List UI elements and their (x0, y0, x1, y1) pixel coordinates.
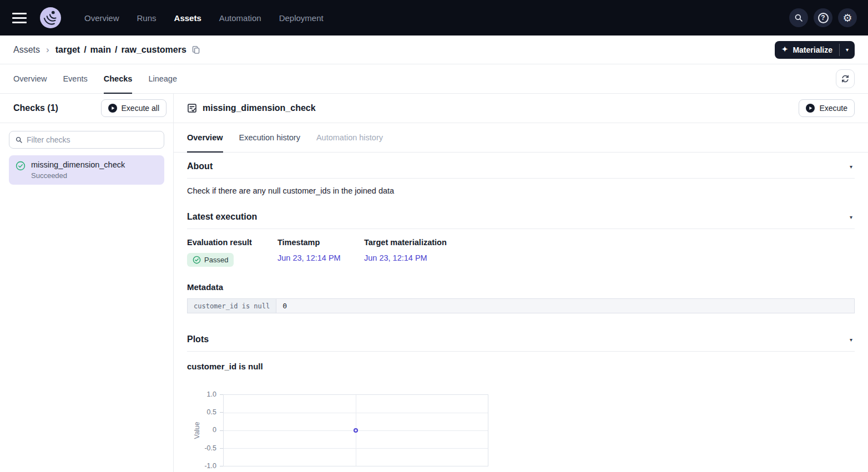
check-item-text: missing_dimension_check Succeeded (31, 160, 125, 180)
y-tick-label: -0.5 (187, 444, 216, 453)
tab-automation-history: Automation history (316, 123, 383, 153)
latest-execution-section-header: Latest execution ▾ (187, 203, 855, 229)
evaluation-result-header: Evaluation result (187, 238, 277, 247)
refresh-icon (841, 74, 850, 83)
hamburger-menu-icon[interactable] (12, 13, 27, 23)
check-detail-tabs: Overview Execution history Automation hi… (174, 123, 868, 153)
search-button[interactable] (789, 8, 808, 27)
nav-link-automation[interactable]: Automation (219, 13, 261, 23)
tab-events[interactable]: Events (63, 64, 87, 94)
materialize-dropdown-button[interactable]: ▾ (840, 41, 855, 59)
timestamp-column: Timestamp Jun 23, 12:14 PM (277, 238, 364, 267)
metadata-key-cell: customer_id is null (188, 299, 276, 313)
plots-collapse-caret-icon[interactable]: ▾ (847, 336, 855, 344)
check-item-status: Succeeded (31, 171, 125, 180)
search-icon (15, 136, 23, 144)
nav-link-runs[interactable]: Runs (137, 13, 157, 23)
breadcrumb-asset-path: target / main / raw_customers (55, 45, 186, 55)
chevron-right-icon: › (46, 44, 49, 55)
nav-link-assets[interactable]: Assets (174, 13, 201, 23)
top-nav: Overview Runs Assets Automation Deployme… (0, 0, 868, 35)
settings-button[interactable]: ⚙ (838, 8, 857, 27)
passed-label: Passed (204, 256, 228, 264)
y-tick-label: 0 (187, 426, 216, 434)
check-circle-icon (193, 256, 201, 264)
evaluation-result-column: Evaluation result Passed (187, 238, 277, 267)
target-materialization-link[interactable]: Jun 23, 12:14 PM (364, 253, 427, 262)
check-detail-title: missing_dimension_check (203, 103, 316, 113)
checks-list-panel: Checks (1) Execute all (0, 94, 174, 472)
sparkle-icon: ✦ (781, 45, 789, 54)
plots-heading: Plots (187, 334, 209, 344)
metadata-table: customer_id is null 0 (187, 298, 855, 313)
about-section-header: About ▾ (187, 153, 855, 179)
check-list-item[interactable]: missing_dimension_check Succeeded (9, 155, 164, 185)
plots-section-header: Plots ▾ (187, 326, 855, 352)
latest-execution-collapse-caret-icon[interactable]: ▾ (847, 213, 855, 221)
caret-down-icon: ▾ (846, 47, 849, 53)
check-detail-content: About ▾ Check if there are any null cust… (174, 153, 868, 472)
nav-actions: ? ⚙ (789, 8, 857, 27)
check-description: Check if there are any null customer_ids… (187, 179, 855, 197)
primary-nav: Overview Runs Assets Automation Deployme… (84, 13, 324, 23)
plot-title: customer_id is null (187, 362, 855, 371)
check-success-icon (16, 161, 26, 180)
about-heading: About (187, 161, 213, 171)
copy-asset-key-button[interactable] (191, 45, 200, 54)
checks-panel-body: missing_dimension_check Succeeded (0, 123, 173, 192)
y-tick-label: 1.0 (187, 390, 216, 399)
check-detail-panel: missing_dimension_check Execute Overview… (174, 94, 868, 472)
help-button[interactable]: ? (814, 8, 832, 27)
search-icon (794, 13, 804, 23)
help-icon: ? (818, 13, 829, 23)
tab-check-overview[interactable]: Overview (187, 123, 223, 153)
y-tick-label: 0.5 (187, 408, 216, 417)
metadata-row: customer_id is null 0 (188, 299, 855, 313)
value-scatter-chart: Value 1.0 0.5 0 -0.5 -1.0 Jun (187, 394, 855, 472)
tab-execution-history[interactable]: Execution history (239, 123, 300, 153)
nav-link-deployment[interactable]: Deployment (279, 13, 324, 23)
execute-all-label: Execute all (122, 104, 159, 113)
main-split: Checks (1) Execute all (0, 94, 868, 472)
y-tick-label: -1.0 (187, 462, 216, 470)
target-materialization-column: Target materialization Jun 23, 12:14 PM (364, 238, 447, 267)
checks-count-title: Checks (1) (13, 103, 58, 113)
breadcrumb-seg-main[interactable]: main (90, 45, 111, 55)
tab-overview[interactable]: Overview (13, 64, 47, 94)
tab-checks[interactable]: Checks (104, 64, 133, 94)
checks-panel-header: Checks (1) Execute all (0, 94, 173, 123)
about-collapse-caret-icon[interactable]: ▾ (847, 163, 855, 171)
data-point (354, 428, 358, 433)
filter-checks-box (9, 131, 164, 149)
materialize-button[interactable]: ✦ Materialize (775, 41, 839, 59)
refresh-button[interactable] (836, 69, 855, 88)
target-materialization-header: Target materialization (364, 238, 447, 247)
materialize-label: Materialize (793, 45, 832, 54)
check-item-name: missing_dimension_check (31, 160, 125, 169)
dagster-logo[interactable] (40, 7, 61, 28)
materialize-split-button: ✦ Materialize ▾ (775, 41, 855, 59)
play-circle-icon (806, 104, 815, 113)
path-separator: / (115, 45, 117, 55)
timestamp-link[interactable]: Jun 23, 12:14 PM (277, 253, 341, 262)
check-detail-header: missing_dimension_check Execute (174, 94, 868, 123)
asset-tabs-row: Overview Events Checks Lineage (0, 64, 868, 94)
plot-area (223, 394, 488, 466)
check-title-wrap: missing_dimension_check (187, 103, 316, 113)
copy-icon (191, 45, 200, 54)
metadata-value-cell: 0 (276, 299, 855, 313)
execute-all-button[interactable]: Execute all (101, 99, 166, 117)
gear-icon: ⚙ (842, 13, 852, 23)
breadcrumb-seg-target[interactable]: target (55, 45, 80, 55)
passed-status-badge: Passed (187, 253, 234, 267)
breadcrumb-seg-raw-customers[interactable]: raw_customers (121, 45, 186, 55)
execute-button[interactable]: Execute (799, 99, 855, 117)
asset-check-icon (187, 103, 197, 113)
breadcrumb-assets-link[interactable]: Assets (13, 45, 40, 55)
metadata-heading: Metadata (187, 282, 855, 292)
nav-link-overview[interactable]: Overview (84, 13, 119, 23)
filter-checks-input[interactable] (27, 135, 158, 144)
execute-label: Execute (819, 104, 847, 113)
play-circle-icon (108, 104, 117, 113)
tab-lineage[interactable]: Lineage (148, 64, 177, 94)
